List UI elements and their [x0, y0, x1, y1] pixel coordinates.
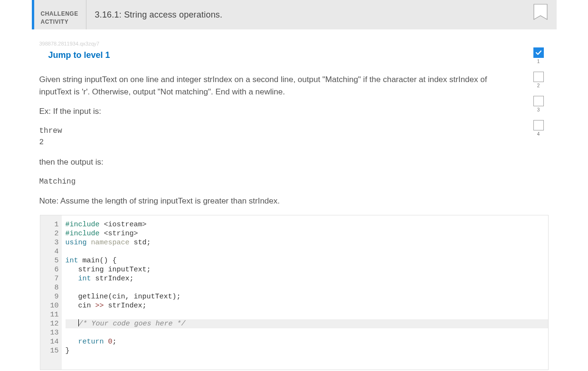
- code-gutter: 123456789101112131415: [40, 215, 62, 370]
- code-line[interactable]: [66, 310, 548, 319]
- code-line[interactable]: getline(cin, inputText);: [66, 292, 548, 301]
- code-line[interactable]: using namespace std;: [66, 238, 548, 247]
- code-line[interactable]: return 0;: [66, 337, 548, 346]
- level-badge-4[interactable]: [533, 120, 544, 130]
- challenge-tag: CHALLENGE ACTIVITY: [34, 0, 86, 29]
- challenge-title: 3.16.1: String access operations.: [86, 0, 231, 29]
- code-line[interactable]: [66, 283, 548, 292]
- problem-note: Note: Assume the length of string inputT…: [39, 195, 521, 207]
- code-area[interactable]: #include <iostream>#include <string>usin…: [62, 215, 548, 370]
- level-badge-2[interactable]: [533, 72, 544, 82]
- problem-body: Given string inputText on one line and i…: [32, 60, 557, 207]
- level-progress-badges: 1234: [529, 47, 548, 144]
- level-badge-number: 2: [537, 83, 540, 88]
- code-editor[interactable]: 123456789101112131415 #include <iostream…: [40, 215, 549, 370]
- code-line[interactable]: /* Your code goes here */: [66, 319, 548, 328]
- code-line[interactable]: }: [66, 346, 548, 355]
- tag-line2: ACTIVITY: [41, 18, 79, 26]
- level-badge-1[interactable]: [533, 47, 544, 58]
- problem-description: Given string inputText on one line and i…: [39, 74, 521, 98]
- level-badge-number: 4: [537, 131, 540, 137]
- output-intro: then the output is:: [39, 156, 521, 168]
- code-line[interactable]: [66, 328, 548, 337]
- challenge-container: CHALLENGE ACTIVITY 3.16.1: String access…: [32, 0, 557, 370]
- code-line[interactable]: [66, 247, 548, 256]
- code-line[interactable]: string inputText;: [66, 265, 548, 274]
- code-line[interactable]: #include <iostream>: [66, 220, 548, 229]
- tag-line1: CHALLENGE: [41, 10, 79, 18]
- example-output: Matching: [39, 176, 521, 188]
- challenge-header: CHALLENGE ACTIVITY 3.16.1: String access…: [32, 0, 557, 29]
- bookmark-icon[interactable]: [533, 4, 548, 23]
- level-badge-number: 3: [537, 107, 540, 112]
- level-badge-number: 1: [537, 59, 540, 64]
- code-line[interactable]: int main() {: [66, 256, 548, 265]
- code-line[interactable]: int strIndex;: [66, 274, 548, 283]
- jump-to-level-link[interactable]: Jump to level 1: [32, 48, 110, 60]
- example-intro: Ex: If the input is:: [39, 105, 521, 118]
- example-input: threw 2: [39, 125, 521, 149]
- code-line[interactable]: #include <string>: [66, 229, 548, 238]
- level-badge-3[interactable]: [533, 96, 544, 106]
- code-line[interactable]: cin >> strIndex;: [66, 301, 548, 310]
- reference-code: 398878.2811934.qx3zqy7: [32, 29, 557, 48]
